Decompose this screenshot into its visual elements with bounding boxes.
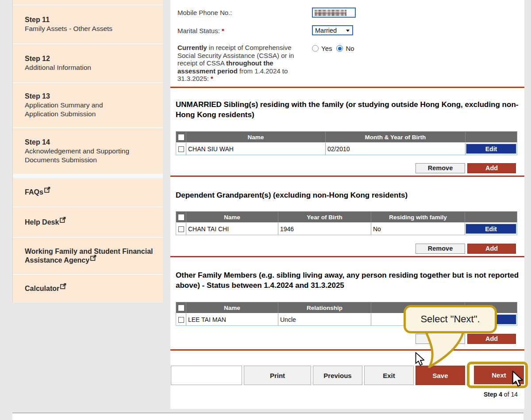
cell-name: CHAN SIU WAH: [186, 143, 326, 155]
siblings-table-actions: Remove Add: [176, 163, 516, 173]
step-number: Step 13: [25, 92, 163, 101]
table-header-row: Name Month & Year of Birth: [176, 132, 517, 143]
step-progress-indicator: Step 4 of 14: [484, 391, 518, 398]
marital-status-value: Married: [315, 27, 337, 34]
sidebar-item-step-11[interactable]: Step 11 Family Assets - Other Assets: [13, 5, 163, 43]
remove-button[interactable]: Remove: [416, 244, 465, 254]
step-number: Step 12: [25, 54, 163, 63]
step-label: Family Assets - Other Assets: [25, 24, 163, 33]
sidebar-item-step-13[interactable]: Step 13 Application Summary and Applicat…: [13, 83, 163, 127]
radio-yes-label: Yes: [321, 45, 332, 52]
section-divider: [170, 349, 524, 351]
select-all-checkbox[interactable]: [178, 134, 184, 140]
section-heading-other-family-members: Other Family Members (e.g. sibling livin…: [176, 271, 523, 290]
radio-no-label: No: [346, 45, 354, 52]
grandparents-table-actions: Remove Add: [176, 244, 516, 254]
section-divider: [170, 256, 524, 257]
select-all-checkbox[interactable]: [178, 305, 184, 311]
step-number: Step 11: [25, 15, 163, 24]
mobile-phone-label: Mobile Phone No.:: [177, 9, 232, 16]
sidebar-item-step-10-partial[interactable]: [13, 0, 163, 4]
edit-button[interactable]: Edit: [466, 224, 516, 234]
column-header-residing-with-family: Residing with family: [371, 212, 465, 223]
print-button[interactable]: Print: [244, 366, 311, 385]
section-heading-dependent-grandparents: Dependent Grandparent(s) (excluding non-…: [176, 191, 523, 201]
cell-relationship: Uncle: [278, 313, 371, 326]
section-heading-unmarried-siblings: UNMARRIED Sibling(s) residing with the f…: [176, 100, 523, 120]
sidebar-link-calculator[interactable]: Calculator: [13, 275, 163, 302]
tooltip-tail: [420, 329, 469, 371]
sidebar-link-wfsfaa[interactable]: Working Family and Student Financial Ass…: [13, 238, 163, 274]
mouse-cursor-icon: [414, 352, 427, 367]
column-header-year-of-birth: Year of Birth: [278, 212, 371, 223]
sidebar-link-faqs[interactable]: FAQs: [13, 178, 163, 206]
column-header-name: Name: [186, 212, 278, 223]
unmarried-siblings-table: Name Month & Year of Birth CHAN SIU WAH …: [176, 131, 517, 155]
required-asterisk: *: [211, 75, 213, 82]
form-content-panel: Mobile Phone No.: Marital Status: * Marr…: [170, 0, 524, 409]
progress-total-steps: of 14: [502, 391, 518, 398]
marital-status-label: Marital Status: *: [177, 27, 224, 34]
table-header-row: Name Year of Birth Residing with family: [176, 212, 517, 223]
sidebar-link-help-desk[interactable]: Help Desk: [13, 207, 163, 237]
progress-current-step: Step 4: [484, 391, 502, 398]
chevron-down-icon: [346, 30, 350, 32]
cssa-question-label: Currently in receipt of Comprehensive So…: [177, 44, 308, 83]
tutorial-tooltip: Select "Next".: [404, 305, 497, 333]
edit-button[interactable]: Edit: [466, 144, 516, 154]
tooltip-text: Select "Next".: [420, 313, 480, 325]
column-header-name: Name: [186, 302, 278, 313]
section-divider: [170, 87, 524, 88]
sidebar-item-step-14[interactable]: Step 14 Acknowledgement and Supporting D…: [13, 128, 163, 174]
exit-button[interactable]: Exit: [364, 366, 414, 385]
table-row: CHAN TAI CHI 1946 No Edit: [176, 223, 517, 235]
external-link-icon: [60, 216, 66, 225]
application-form-page: { "sidebar": { "steps": [ { "num": "Step…: [0, 0, 531, 420]
column-header-actions: [466, 132, 517, 143]
external-link-icon: [44, 186, 50, 195]
cell-residing-with-family: No: [371, 223, 465, 235]
dependent-grandparents-table: Name Year of Birth Residing with family …: [176, 211, 517, 235]
radio-yes-button[interactable]: [312, 45, 319, 52]
external-link-icon: [60, 283, 66, 291]
select-all-checkbox[interactable]: [178, 214, 184, 220]
row-checkbox[interactable]: [178, 226, 184, 232]
required-asterisk: *: [222, 27, 224, 34]
sidebar-item-step-12[interactable]: Step 12 Additional Information: [13, 44, 163, 82]
add-button[interactable]: Add: [467, 163, 516, 173]
column-header-name: Name: [186, 132, 326, 143]
mouse-cursor-icon: [511, 370, 525, 388]
external-link-icon: [90, 254, 96, 263]
faqs-link-label: FAQs: [25, 188, 43, 197]
help-desk-link-label: Help Desk: [25, 218, 59, 227]
remove-button[interactable]: Remove: [416, 163, 465, 173]
steps-sidebar: Step 11 Family Assets - Other Assets Ste…: [12, 0, 163, 302]
cell-name: LEE TAI MAN: [186, 313, 278, 326]
redacted-phone-number: [315, 10, 346, 16]
previous-button[interactable]: Previous: [313, 366, 362, 385]
cell-year-of-birth: 1946: [278, 223, 371, 235]
row-checkbox[interactable]: [178, 317, 184, 323]
mobile-phone-input[interactable]: [312, 8, 356, 18]
column-header-actions: [465, 212, 517, 223]
column-header-month-year-of-birth: Month & Year of Birth: [326, 132, 466, 143]
sidebar-divider: [13, 175, 163, 178]
wfsfaa-link-label: Working Family and Student Financial Ass…: [25, 247, 158, 265]
add-button[interactable]: Add: [467, 334, 516, 344]
page-footer-panel: [12, 412, 523, 420]
row-checkbox[interactable]: [178, 146, 184, 152]
add-button[interactable]: Add: [467, 244, 516, 254]
section-divider: [170, 176, 524, 177]
step-label: Acknowledgement and Supporting Documents…: [25, 147, 151, 164]
step-label: Additional Information: [25, 63, 163, 72]
cell-name: CHAN TAI CHI: [186, 223, 278, 235]
calculator-link-label: Calculator: [25, 284, 59, 293]
column-header-relationship: Relationship: [278, 302, 371, 313]
cell-month-year-of-birth: 02/2010: [326, 143, 466, 155]
table-row: CHAN SIU WAH 02/2010 Edit: [176, 143, 517, 155]
radio-no-button[interactable]: [336, 45, 343, 52]
cssa-radio-group: Yes No: [312, 45, 354, 52]
step-label: Application Summary and Application Subm…: [25, 101, 127, 118]
step-number: Step 14: [25, 138, 163, 147]
marital-status-select[interactable]: Married: [312, 25, 353, 35]
